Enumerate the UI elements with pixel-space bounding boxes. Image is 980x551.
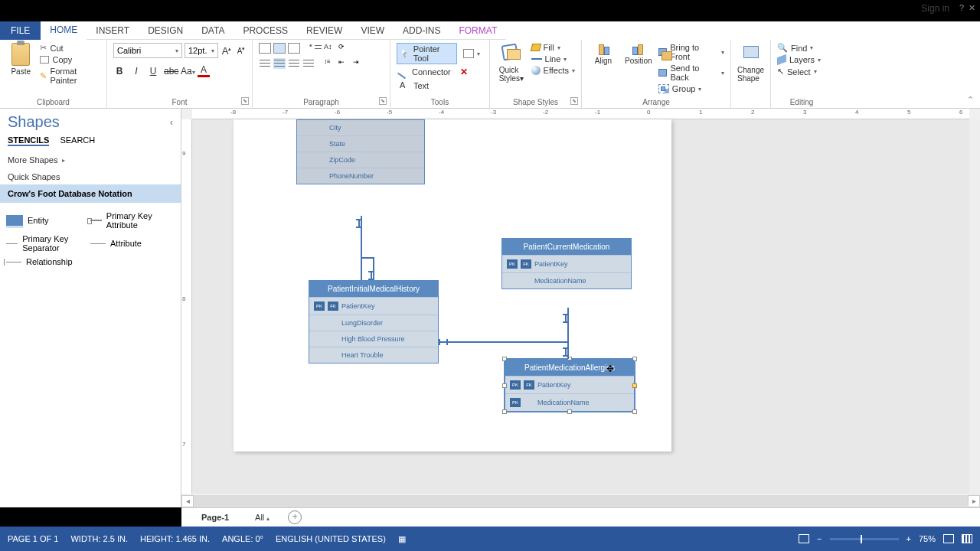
collapse-ribbon-button[interactable]: ⌃ bbox=[967, 95, 974, 105]
underline-button[interactable]: U bbox=[147, 66, 159, 77]
case-button[interactable]: Aa▾ bbox=[181, 66, 193, 77]
zoom-in-button[interactable]: + bbox=[906, 534, 911, 543]
grow-font-button[interactable]: A▴ bbox=[220, 45, 233, 57]
line-button[interactable]: Line▾ bbox=[531, 54, 575, 64]
close-icon[interactable]: ✕ bbox=[969, 3, 975, 13]
cut-button[interactable]: ✂Cut bbox=[40, 43, 100, 53]
font-color-button[interactable]: A bbox=[198, 64, 210, 77]
quick-shapes-button[interactable]: Quick Shapes bbox=[0, 169, 181, 184]
align-middle-button[interactable] bbox=[273, 43, 286, 54]
pointer-tool-button[interactable]: Pointer Tool bbox=[397, 43, 457, 64]
align-top-button[interactable] bbox=[259, 43, 271, 54]
indent-inc-button[interactable]: ⇥ bbox=[353, 58, 365, 69]
format-painter-button[interactable]: ✎Format Painter bbox=[40, 67, 100, 85]
page-tab-all[interactable]: All ▴ bbox=[247, 510, 277, 525]
shape-entity[interactable]: Entity bbox=[5, 209, 89, 232]
tab-insert[interactable]: INSERT bbox=[87, 21, 139, 40]
more-shapes-button[interactable]: More Shapes▸ bbox=[0, 151, 181, 169]
tab-addins[interactable]: ADD-INS bbox=[394, 21, 449, 40]
quick-styles-button[interactable]: QuickStyles▾ bbox=[496, 43, 527, 83]
bullets-button[interactable] bbox=[309, 43, 322, 54]
bold-button[interactable]: B bbox=[113, 66, 126, 77]
pk-attr-icon bbox=[90, 220, 102, 221]
layers-button[interactable]: Layers▾ bbox=[777, 55, 821, 64]
indent-dec-button[interactable]: ⇤ bbox=[338, 58, 351, 69]
align-right-button[interactable] bbox=[288, 58, 300, 69]
zoom-level[interactable]: 75% bbox=[919, 534, 936, 543]
copy-button[interactable]: Copy bbox=[40, 55, 100, 64]
tab-file[interactable]: FILE bbox=[0, 21, 41, 40]
shape-styles-dialog-launcher[interactable]: ⬊ bbox=[570, 97, 578, 105]
entity-pimh[interactable]: PatientInitialMedicalHistory PKFKPatient… bbox=[309, 280, 439, 364]
entity-patient-address[interactable]: City State ZipCode PhoneNumber bbox=[296, 119, 425, 184]
tab-design[interactable]: DESIGN bbox=[139, 21, 192, 40]
status-language[interactable]: ENGLISH (UNITED STATES) bbox=[276, 534, 386, 544]
shape-pk-attribute[interactable]: Primary Key Attribute bbox=[89, 209, 173, 232]
scroll-right-button[interactable]: ▸ bbox=[968, 495, 980, 507]
rectangle-tool-button[interactable]: ▾ bbox=[460, 43, 483, 64]
connector-1[interactable] bbox=[361, 216, 362, 280]
drawing-page[interactable]: City State ZipCode PhoneNumber PatientIn… bbox=[234, 119, 671, 452]
bring-front-button[interactable]: Bring to Front▾ bbox=[658, 43, 724, 61]
align-justify-button[interactable] bbox=[302, 58, 315, 69]
entity-pcm[interactable]: PatientCurrentMedication PKFKPatientKey … bbox=[501, 238, 632, 289]
current-stencil[interactable]: Crow's Foot Database Notation bbox=[0, 184, 181, 203]
font-size-select[interactable]: 12pt.▾ bbox=[185, 43, 218, 58]
shape-attribute[interactable]: Attribute bbox=[89, 232, 173, 255]
find-button[interactable]: Find▾ bbox=[777, 43, 821, 53]
shape-relationship[interactable]: Relationship bbox=[5, 255, 89, 269]
text-tool-button[interactable]: Text bbox=[397, 80, 432, 92]
stencils-tab[interactable]: STENCILS bbox=[8, 135, 49, 146]
group-button[interactable]: Group▾ bbox=[658, 84, 724, 93]
fit-page-icon[interactable] bbox=[943, 534, 954, 543]
font-name-select[interactable]: Calibri▾ bbox=[113, 43, 182, 58]
line-spacing-button[interactable]: ↕≡ bbox=[324, 58, 336, 69]
presentation-mode-icon[interactable] bbox=[799, 534, 809, 543]
search-tab[interactable]: SEARCH bbox=[60, 135, 95, 146]
tab-process[interactable]: PROCESS bbox=[234, 21, 297, 40]
font-dialog-launcher[interactable]: ⬊ bbox=[241, 97, 249, 105]
shape-pk-separator[interactable]: Primary Key Separator bbox=[5, 232, 89, 255]
tab-view[interactable]: VIEW bbox=[351, 21, 394, 40]
effects-icon bbox=[531, 66, 541, 75]
rotate-text-button[interactable]: ⟳ bbox=[338, 43, 351, 54]
vertical-scrollbar[interactable] bbox=[969, 119, 980, 495]
paragraph-dialog-launcher[interactable]: ⬊ bbox=[379, 97, 387, 105]
fit-window-icon[interactable] bbox=[962, 534, 972, 543]
sign-in-link[interactable]: Sign in bbox=[921, 3, 949, 14]
tab-data[interactable]: DATA bbox=[192, 21, 234, 40]
position-button[interactable]: Position bbox=[623, 43, 654, 65]
horizontal-ruler: -8-7 -6-5 -4-3 -2-1 01 23 45 6 bbox=[192, 109, 969, 119]
help-icon[interactable]: ? bbox=[959, 3, 964, 13]
tab-format[interactable]: FORMAT bbox=[449, 21, 506, 40]
zoom-slider[interactable] bbox=[830, 538, 899, 540]
shapes-collapse-button[interactable]: ‹ bbox=[170, 117, 173, 128]
send-back-button[interactable]: Send to Back▾ bbox=[658, 64, 724, 82]
align-center-button[interactable] bbox=[273, 58, 286, 69]
scroll-left-button[interactable]: ◂ bbox=[181, 495, 194, 507]
connector-2[interactable] bbox=[439, 341, 569, 343]
strike-button[interactable]: abc bbox=[164, 66, 176, 77]
shrink-font-button[interactable]: A▾ bbox=[235, 46, 247, 55]
align-bottom-button[interactable] bbox=[288, 43, 300, 54]
italic-button[interactable]: I bbox=[130, 66, 142, 77]
change-shape-button[interactable]: Change Shape bbox=[737, 43, 764, 83]
fill-button[interactable]: Fill▾ bbox=[531, 43, 575, 52]
align-button[interactable]: Align bbox=[588, 43, 619, 65]
connection-point-button[interactable]: ✕ bbox=[457, 66, 471, 78]
tab-home[interactable]: HOME bbox=[41, 21, 87, 40]
canvas-background[interactable]: City State ZipCode PhoneNumber PatientIn… bbox=[192, 119, 969, 494]
effects-button[interactable]: Effects▾ bbox=[531, 66, 575, 75]
zoom-out-button[interactable]: − bbox=[817, 534, 822, 543]
macro-record-icon[interactable]: ▦ bbox=[398, 534, 406, 544]
text-orient-button[interactable]: A↕ bbox=[324, 43, 336, 54]
entity-pma[interactable]: PatientMedicationAllergies ✥ PKFKPatient… bbox=[505, 359, 635, 412]
horizontal-scrollbar[interactable]: ◂ ▸ bbox=[181, 495, 980, 507]
align-left-button[interactable] bbox=[259, 58, 271, 69]
select-button[interactable]: Select▾ bbox=[777, 67, 821, 77]
add-page-button[interactable]: + bbox=[288, 510, 302, 524]
connector-tool-button[interactable]: Connector bbox=[397, 66, 454, 78]
page-tab-1[interactable]: Page-1 bbox=[194, 510, 237, 525]
tab-review[interactable]: REVIEW bbox=[297, 21, 351, 40]
paste-button[interactable]: Paste bbox=[6, 43, 35, 76]
